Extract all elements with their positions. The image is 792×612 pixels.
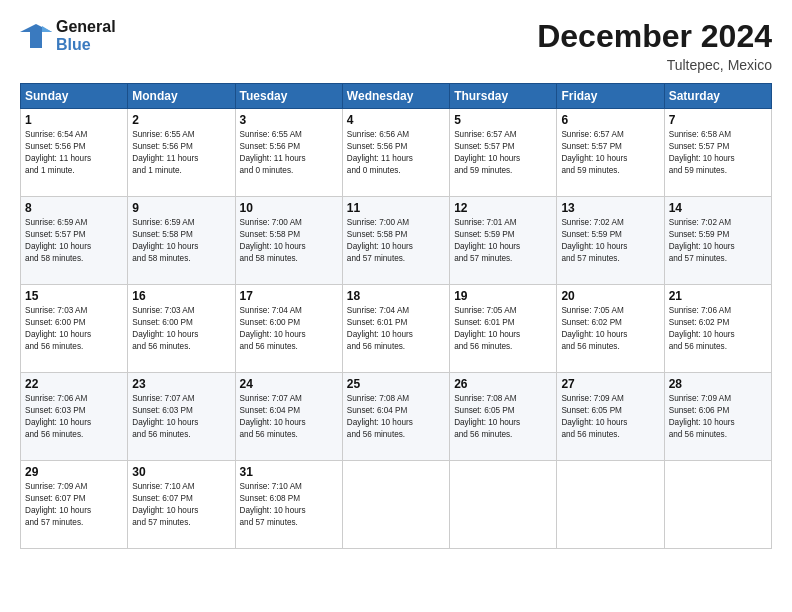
col-header-tuesday: Tuesday <box>235 84 342 109</box>
empty-cell <box>450 461 557 549</box>
empty-cell <box>664 461 771 549</box>
header: General Blue December 2024 Tultepec, Mex… <box>20 18 772 73</box>
day-info: Sunrise: 7:08 AM Sunset: 6:04 PM Dayligh… <box>347 393 445 441</box>
day-info: Sunrise: 6:59 AM Sunset: 5:57 PM Dayligh… <box>25 217 123 265</box>
day-number: 22 <box>25 377 123 391</box>
calendar-day-18: 18Sunrise: 7:04 AM Sunset: 6:01 PM Dayli… <box>342 285 449 373</box>
day-info: Sunrise: 7:10 AM Sunset: 6:07 PM Dayligh… <box>132 481 230 529</box>
calendar-day-27: 27Sunrise: 7:09 AM Sunset: 6:05 PM Dayli… <box>557 373 664 461</box>
calendar-week-4: 29Sunrise: 7:09 AM Sunset: 6:07 PM Dayli… <box>21 461 772 549</box>
day-number: 11 <box>347 201 445 215</box>
day-info: Sunrise: 6:54 AM Sunset: 5:56 PM Dayligh… <box>25 129 123 177</box>
svg-marker-1 <box>42 26 52 32</box>
day-number: 7 <box>669 113 767 127</box>
day-info: Sunrise: 7:08 AM Sunset: 6:05 PM Dayligh… <box>454 393 552 441</box>
calendar-day-7: 7Sunrise: 6:58 AM Sunset: 5:57 PM Daylig… <box>664 109 771 197</box>
empty-cell <box>342 461 449 549</box>
day-info: Sunrise: 6:57 AM Sunset: 5:57 PM Dayligh… <box>561 129 659 177</box>
calendar-day-14: 14Sunrise: 7:02 AM Sunset: 5:59 PM Dayli… <box>664 197 771 285</box>
calendar-week-2: 15Sunrise: 7:03 AM Sunset: 6:00 PM Dayli… <box>21 285 772 373</box>
calendar-day-12: 12Sunrise: 7:01 AM Sunset: 5:59 PM Dayli… <box>450 197 557 285</box>
calendar-day-10: 10Sunrise: 7:00 AM Sunset: 5:58 PM Dayli… <box>235 197 342 285</box>
page: General Blue December 2024 Tultepec, Mex… <box>0 0 792 612</box>
day-number: 18 <box>347 289 445 303</box>
svg-marker-0 <box>20 24 52 48</box>
col-header-friday: Friday <box>557 84 664 109</box>
day-number: 13 <box>561 201 659 215</box>
day-number: 5 <box>454 113 552 127</box>
calendar-day-25: 25Sunrise: 7:08 AM Sunset: 6:04 PM Dayli… <box>342 373 449 461</box>
month-title: December 2024 <box>537 18 772 55</box>
calendar-day-19: 19Sunrise: 7:05 AM Sunset: 6:01 PM Dayli… <box>450 285 557 373</box>
day-number: 25 <box>347 377 445 391</box>
calendar-day-2: 2Sunrise: 6:55 AM Sunset: 5:56 PM Daylig… <box>128 109 235 197</box>
calendar-day-9: 9Sunrise: 6:59 AM Sunset: 5:58 PM Daylig… <box>128 197 235 285</box>
day-number: 15 <box>25 289 123 303</box>
calendar-table: SundayMondayTuesdayWednesdayThursdayFrid… <box>20 83 772 549</box>
col-header-sunday: Sunday <box>21 84 128 109</box>
calendar-week-0: 1Sunrise: 6:54 AM Sunset: 5:56 PM Daylig… <box>21 109 772 197</box>
day-info: Sunrise: 7:00 AM Sunset: 5:58 PM Dayligh… <box>347 217 445 265</box>
day-info: Sunrise: 6:58 AM Sunset: 5:57 PM Dayligh… <box>669 129 767 177</box>
day-number: 23 <box>132 377 230 391</box>
calendar-day-24: 24Sunrise: 7:07 AM Sunset: 6:04 PM Dayli… <box>235 373 342 461</box>
calendar-day-30: 30Sunrise: 7:10 AM Sunset: 6:07 PM Dayli… <box>128 461 235 549</box>
day-info: Sunrise: 7:03 AM Sunset: 6:00 PM Dayligh… <box>25 305 123 353</box>
day-number: 21 <box>669 289 767 303</box>
logo: General Blue <box>20 18 116 53</box>
day-info: Sunrise: 7:02 AM Sunset: 5:59 PM Dayligh… <box>669 217 767 265</box>
calendar-day-31: 31Sunrise: 7:10 AM Sunset: 6:08 PM Dayli… <box>235 461 342 549</box>
calendar-day-22: 22Sunrise: 7:06 AM Sunset: 6:03 PM Dayli… <box>21 373 128 461</box>
day-number: 14 <box>669 201 767 215</box>
calendar-day-21: 21Sunrise: 7:06 AM Sunset: 6:02 PM Dayli… <box>664 285 771 373</box>
col-header-monday: Monday <box>128 84 235 109</box>
day-info: Sunrise: 7:07 AM Sunset: 6:03 PM Dayligh… <box>132 393 230 441</box>
calendar-day-3: 3Sunrise: 6:55 AM Sunset: 5:56 PM Daylig… <box>235 109 342 197</box>
day-number: 16 <box>132 289 230 303</box>
calendar-day-13: 13Sunrise: 7:02 AM Sunset: 5:59 PM Dayli… <box>557 197 664 285</box>
day-number: 10 <box>240 201 338 215</box>
col-header-wednesday: Wednesday <box>342 84 449 109</box>
day-info: Sunrise: 6:59 AM Sunset: 5:58 PM Dayligh… <box>132 217 230 265</box>
day-info: Sunrise: 7:02 AM Sunset: 5:59 PM Dayligh… <box>561 217 659 265</box>
calendar-day-11: 11Sunrise: 7:00 AM Sunset: 5:58 PM Dayli… <box>342 197 449 285</box>
day-number: 27 <box>561 377 659 391</box>
calendar-day-6: 6Sunrise: 6:57 AM Sunset: 5:57 PM Daylig… <box>557 109 664 197</box>
day-number: 8 <box>25 201 123 215</box>
calendar-day-20: 20Sunrise: 7:05 AM Sunset: 6:02 PM Dayli… <box>557 285 664 373</box>
day-info: Sunrise: 7:07 AM Sunset: 6:04 PM Dayligh… <box>240 393 338 441</box>
day-info: Sunrise: 7:09 AM Sunset: 6:05 PM Dayligh… <box>561 393 659 441</box>
day-info: Sunrise: 7:06 AM Sunset: 6:03 PM Dayligh… <box>25 393 123 441</box>
calendar-day-8: 8Sunrise: 6:59 AM Sunset: 5:57 PM Daylig… <box>21 197 128 285</box>
logo-blue: Blue <box>56 36 116 54</box>
day-info: Sunrise: 6:57 AM Sunset: 5:57 PM Dayligh… <box>454 129 552 177</box>
day-info: Sunrise: 7:03 AM Sunset: 6:00 PM Dayligh… <box>132 305 230 353</box>
calendar-day-28: 28Sunrise: 7:09 AM Sunset: 6:06 PM Dayli… <box>664 373 771 461</box>
calendar-day-16: 16Sunrise: 7:03 AM Sunset: 6:00 PM Dayli… <box>128 285 235 373</box>
day-number: 6 <box>561 113 659 127</box>
calendar-week-1: 8Sunrise: 6:59 AM Sunset: 5:57 PM Daylig… <box>21 197 772 285</box>
day-info: Sunrise: 7:00 AM Sunset: 5:58 PM Dayligh… <box>240 217 338 265</box>
day-number: 17 <box>240 289 338 303</box>
day-info: Sunrise: 6:55 AM Sunset: 5:56 PM Dayligh… <box>132 129 230 177</box>
empty-cell <box>557 461 664 549</box>
day-number: 24 <box>240 377 338 391</box>
day-info: Sunrise: 7:09 AM Sunset: 6:07 PM Dayligh… <box>25 481 123 529</box>
calendar-day-23: 23Sunrise: 7:07 AM Sunset: 6:03 PM Dayli… <box>128 373 235 461</box>
col-header-thursday: Thursday <box>450 84 557 109</box>
day-number: 4 <box>347 113 445 127</box>
col-header-saturday: Saturday <box>664 84 771 109</box>
day-number: 19 <box>454 289 552 303</box>
calendar-day-4: 4Sunrise: 6:56 AM Sunset: 5:56 PM Daylig… <box>342 109 449 197</box>
day-info: Sunrise: 7:10 AM Sunset: 6:08 PM Dayligh… <box>240 481 338 529</box>
day-number: 31 <box>240 465 338 479</box>
calendar-header-row: SundayMondayTuesdayWednesdayThursdayFrid… <box>21 84 772 109</box>
day-number: 28 <box>669 377 767 391</box>
day-info: Sunrise: 7:01 AM Sunset: 5:59 PM Dayligh… <box>454 217 552 265</box>
day-number: 2 <box>132 113 230 127</box>
location: Tultepec, Mexico <box>537 57 772 73</box>
day-info: Sunrise: 7:09 AM Sunset: 6:06 PM Dayligh… <box>669 393 767 441</box>
calendar-day-26: 26Sunrise: 7:08 AM Sunset: 6:05 PM Dayli… <box>450 373 557 461</box>
calendar-day-1: 1Sunrise: 6:54 AM Sunset: 5:56 PM Daylig… <box>21 109 128 197</box>
day-info: Sunrise: 7:05 AM Sunset: 6:01 PM Dayligh… <box>454 305 552 353</box>
